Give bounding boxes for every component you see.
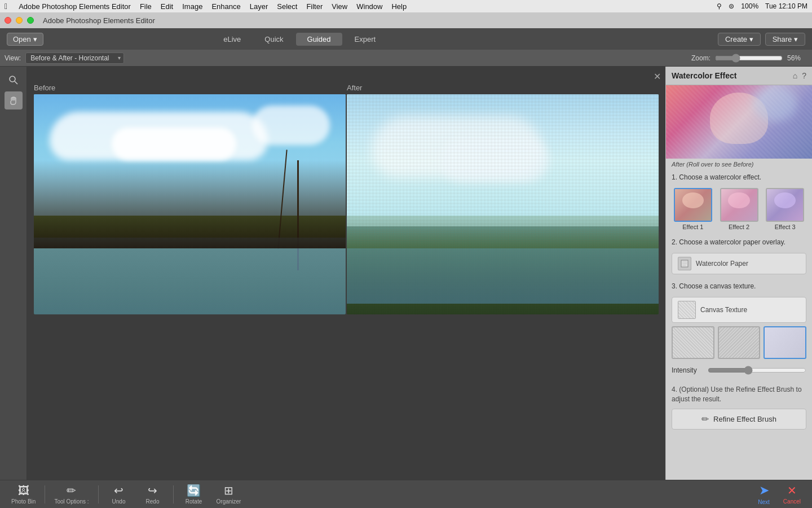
cancel-label: Cancel: [783, 498, 801, 505]
tab-expert[interactable]: Expert: [343, 33, 387, 46]
panel-icons: ⌂ ?: [793, 71, 806, 80]
step4-label: 4. (Optional) Use the Refine Effect Brus…: [672, 386, 802, 403]
photo-bin-button[interactable]: 🖼 Photo Bin: [7, 482, 40, 507]
mode-tabs: eLive Quick Guided Expert: [212, 33, 387, 46]
next-icon: ➤: [759, 483, 769, 498]
view-menu[interactable]: View: [332, 2, 347, 11]
texture-row: [666, 326, 812, 364]
effect3-label: Effect 3: [775, 224, 796, 230]
canvas-area: ✕ Before: [27, 67, 665, 480]
hand-tool-button[interactable]: [5, 91, 23, 110]
before-after-container: Before: [34, 84, 659, 314]
tool-options-label: Tool Options :: [54, 498, 89, 505]
effect3-thumb[interactable]: Effect 3: [764, 188, 806, 230]
refine-label: Refine Effect Brush: [713, 415, 776, 423]
cancel-button[interactable]: ✕ Cancel: [779, 481, 805, 507]
undo-icon: ↩: [114, 484, 123, 497]
before-label: Before: [34, 84, 346, 92]
paper-label: Watercolor Paper: [696, 260, 748, 268]
menubar-right: ⚲ ⊜ 100% Tue 12:10 PM: [717, 2, 807, 10]
image-menu[interactable]: Image: [182, 2, 202, 11]
canvas-texture-button[interactable]: Canvas Texture: [672, 297, 806, 323]
effect3-image: [766, 188, 804, 222]
photo-bin-label: Photo Bin: [11, 498, 36, 505]
paper-icon: [678, 257, 691, 270]
step3-section: 3. Choose a canvas texture.: [666, 279, 812, 297]
after-image: [347, 94, 659, 314]
open-button[interactable]: Open ▾: [7, 33, 43, 46]
right-panel: Watercolor Effect ⌂ ? After (Roll over t…: [665, 67, 812, 480]
effect1-thumb[interactable]: Effect 1: [672, 188, 714, 230]
left-tools: [0, 67, 27, 480]
app-name-menu[interactable]: Adobe Photoshop Elements Editor: [19, 2, 131, 11]
canvas-texture-icon: [678, 301, 696, 319]
step1-section: 1. Choose a watercolor effect.: [666, 170, 812, 188]
close-canvas-button[interactable]: ✕: [654, 71, 661, 82]
toolbar-separator-3: [173, 485, 174, 503]
step4-section: 4. (Optional) Use the Refine Effect Brus…: [666, 380, 812, 409]
effect1-image: [674, 188, 712, 222]
intensity-slider[interactable]: [708, 366, 806, 375]
close-window-button[interactable]: [5, 17, 11, 24]
before-panel: Before: [34, 84, 346, 314]
canvas-texture-label: Canvas Texture: [700, 306, 747, 314]
panel-help-icon[interactable]: ?: [802, 71, 806, 80]
zoom-slider[interactable]: [715, 54, 783, 63]
edit-menu[interactable]: Edit: [161, 2, 173, 11]
undo-label: Undo: [112, 498, 126, 505]
tool-options-button[interactable]: ✏ Tool Options :: [50, 481, 93, 507]
wifi-icon: ⊜: [729, 2, 734, 10]
minimize-window-button[interactable]: [16, 17, 23, 24]
effect-preview-image: [666, 85, 812, 159]
zoom-section: Zoom: 56%: [691, 54, 807, 63]
menubar:  Adobe Photoshop Elements Editor File E…: [0, 0, 812, 12]
undo-button[interactable]: ↩ Undo: [103, 481, 135, 507]
view-label: View:: [5, 54, 21, 62]
maximize-window-button[interactable]: [27, 17, 34, 24]
main-layout: ✕ Before: [0, 67, 812, 480]
share-button[interactable]: Share ▾: [765, 33, 805, 46]
panel-home-icon[interactable]: ⌂: [793, 71, 797, 80]
texture3-thumb[interactable]: [764, 326, 806, 359]
filter-menu[interactable]: Filter: [306, 2, 323, 11]
step2-section: 2. Choose a watercolor paper overlay.: [666, 235, 812, 253]
zoom-tool-button[interactable]: [5, 71, 23, 89]
redo-button[interactable]: ↪ Redo: [137, 481, 169, 507]
refine-effect-brush-button[interactable]: ✏ Refine Effect Brush: [672, 409, 806, 430]
effect2-label: Effect 2: [729, 224, 749, 230]
next-button[interactable]: ➤ Next: [753, 481, 774, 507]
search-icon[interactable]: ⚲: [717, 2, 722, 10]
bottom-right: ➤ Next ✕ Cancel: [753, 481, 805, 507]
create-button[interactable]: Create ▾: [718, 33, 761, 46]
select-menu[interactable]: Select: [277, 2, 297, 11]
effect1-label: Effect 1: [682, 224, 703, 230]
rotate-button[interactable]: 🔄 Rotate: [178, 481, 210, 507]
panel-header: Watercolor Effect ⌂ ?: [666, 67, 812, 85]
watercolor-paper-button[interactable]: Watercolor Paper: [672, 253, 806, 274]
layer-menu[interactable]: Layer: [250, 2, 268, 11]
tab-elive[interactable]: eLive: [212, 33, 252, 46]
tab-guided[interactable]: Guided: [296, 33, 342, 46]
preview-caption: After (Roll over to see Before): [666, 159, 812, 170]
help-menu[interactable]: Help: [391, 2, 407, 11]
open-dropdown-arrow-icon: ▾: [33, 35, 37, 43]
panel-title: Watercolor Effect: [672, 71, 736, 80]
bottom-toolbar: 🖼 Photo Bin ✏ Tool Options : ↩ Undo ↪ Re…: [0, 480, 812, 508]
enhance-menu[interactable]: Enhance: [211, 2, 240, 11]
apple-menu[interactable]: : [5, 2, 7, 11]
effect2-thumb[interactable]: Effect 2: [718, 188, 761, 230]
tab-quick[interactable]: Quick: [253, 33, 294, 46]
window-menu[interactable]: Window: [356, 2, 382, 11]
file-menu[interactable]: File: [140, 2, 152, 11]
header-right: Create ▾ Share ▾: [718, 33, 805, 46]
texture2-thumb[interactable]: [718, 326, 761, 359]
redo-label: Redo: [146, 498, 160, 505]
view-dropdown-wrap: Before & After - Horizontal Before Only …: [25, 52, 124, 64]
brush-icon: ✏: [701, 414, 709, 424]
organizer-label: Organizer: [217, 498, 241, 505]
rotate-label: Rotate: [186, 498, 202, 505]
view-dropdown[interactable]: Before & After - Horizontal Before Only …: [25, 52, 124, 64]
organizer-button[interactable]: ⊞ Organizer: [212, 481, 246, 507]
rotate-icon: 🔄: [187, 484, 201, 497]
texture1-thumb[interactable]: [672, 326, 714, 359]
